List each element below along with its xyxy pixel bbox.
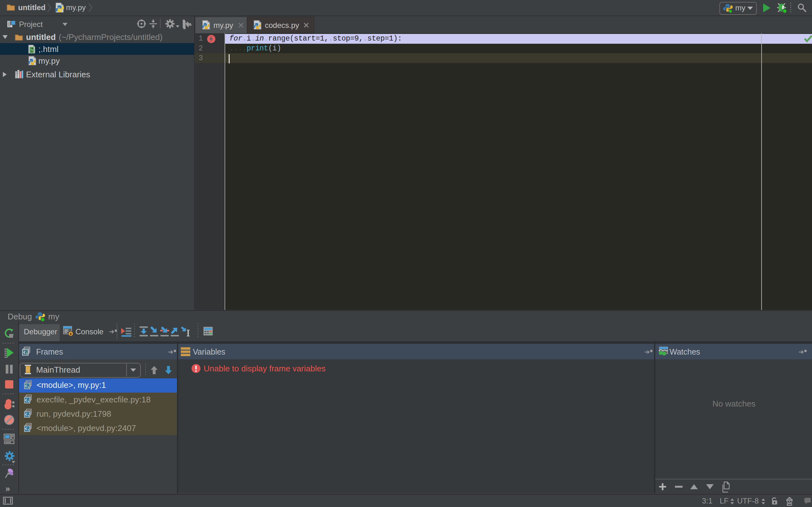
svg-text:h: h: [30, 47, 33, 53]
